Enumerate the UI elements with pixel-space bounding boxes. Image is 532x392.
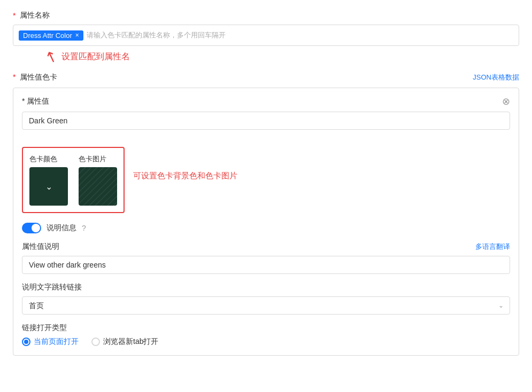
help-icon[interactable]: ? bbox=[82, 224, 86, 232]
attr-value-label: * 属性值 bbox=[22, 97, 502, 106]
radio-circle-current bbox=[22, 338, 30, 346]
toggle-switch[interactable] bbox=[22, 223, 41, 233]
link-jump-section: 说明文字跳转链接 首页 商品页 分类页 自定义链接 ⌄ bbox=[22, 283, 510, 315]
attr-name-section: * 属性名称 bbox=[13, 11, 519, 20]
attr-value-input[interactable] bbox=[22, 112, 510, 130]
chevron-down-icon: ⌄ bbox=[45, 182, 52, 192]
swatch-color-label: 色卡颜色 bbox=[29, 154, 57, 164]
tag-item[interactable]: Dress Attr Color × bbox=[19, 30, 83, 41]
link-jump-select[interactable]: 首页 商品页 分类页 自定义链接 bbox=[22, 296, 510, 315]
select-wrapper: 首页 商品页 分类页 自定义链接 ⌄ bbox=[22, 296, 510, 315]
open-type-label: 链接打开类型 bbox=[22, 323, 67, 333]
description-label: 属性值说明 bbox=[22, 242, 59, 252]
radio-group: 当前页面打开 浏览器新tab打开 bbox=[22, 337, 510, 347]
color-swatches-area: 色卡颜色 ⌄ 色卡图片 bbox=[22, 147, 125, 213]
swatch-color-item: 色卡颜色 ⌄ bbox=[29, 154, 68, 206]
radio-dot-current bbox=[24, 340, 28, 344]
radio-circle-newtab bbox=[91, 338, 100, 346]
color-card-box: ⊗ * 属性值 色卡颜色 ⌄ 色卡图片 bbox=[13, 88, 519, 356]
attr-value-required-label: * 属性值 bbox=[22, 97, 49, 106]
hint-text: 设置匹配到属性名 bbox=[61, 51, 130, 62]
attr-value-header: * 属性值色卡 JSON表格数据 bbox=[13, 73, 519, 82]
description-input[interactable] bbox=[22, 256, 510, 274]
attr-value-card-label: * 属性值色卡 bbox=[13, 73, 57, 82]
swatch-color-box[interactable]: ⌄ bbox=[29, 167, 68, 206]
radio-current-page[interactable]: 当前页面打开 bbox=[22, 337, 79, 347]
tag-text: Dress Attr Color bbox=[23, 32, 72, 40]
required-star-2: * bbox=[13, 73, 16, 81]
swatch-image-label: 色卡图片 bbox=[79, 154, 106, 164]
multi-lang-link[interactable]: 多语言翻译 bbox=[475, 242, 510, 252]
description-label-row: 属性值说明 多语言翻译 bbox=[22, 242, 510, 252]
swatch-image-box[interactable] bbox=[79, 167, 117, 206]
toggle-knob bbox=[32, 224, 40, 232]
link-jump-label: 说明文字跳转链接 bbox=[22, 283, 82, 292]
swatch-group: 色卡颜色 ⌄ 色卡图片 bbox=[29, 154, 117, 206]
open-type-label-row: 链接打开类型 bbox=[22, 323, 510, 333]
json-table-link[interactable]: JSON表格数据 bbox=[473, 73, 519, 82]
description-section: 属性值说明 多语言翻译 bbox=[22, 242, 510, 274]
tag-input-container[interactable]: Dress Attr Color × 请输入色卡匹配的属性名称，多个用回车隔开 bbox=[13, 25, 519, 46]
arrow-icon: ↖ bbox=[43, 48, 59, 66]
close-circle-icon[interactable]: ⊗ bbox=[502, 96, 510, 107]
toggle-row: 说明信息 ? bbox=[22, 223, 510, 233]
fabric-texture bbox=[79, 167, 117, 206]
hint-container: ↖ 设置匹配到属性名 bbox=[45, 49, 519, 64]
radio-label-newtab: 浏览器新tab打开 bbox=[103, 337, 158, 347]
swatch-hint-text: 可设置色卡背景色和色卡图片 bbox=[133, 171, 237, 181]
radio-label-current: 当前页面打开 bbox=[34, 337, 79, 347]
required-star: * bbox=[13, 11, 16, 20]
link-jump-label-row: 说明文字跳转链接 bbox=[22, 283, 510, 292]
radio-new-tab[interactable]: 浏览器新tab打开 bbox=[91, 337, 158, 347]
tag-placeholder: 请输入色卡匹配的属性名称，多个用回车隔开 bbox=[87, 30, 226, 40]
tag-close-icon[interactable]: × bbox=[75, 32, 79, 38]
open-type-section: 链接打开类型 当前页面打开 浏览器新tab打开 bbox=[22, 323, 510, 347]
toggle-label: 说明信息 bbox=[47, 223, 76, 233]
attr-value-section: * 属性值色卡 JSON表格数据 ⊗ * 属性值 色卡颜色 ⌄ bbox=[13, 73, 519, 356]
swatch-image-item: 色卡图片 bbox=[79, 154, 117, 206]
attr-name-label: 属性名称 bbox=[20, 11, 50, 20]
